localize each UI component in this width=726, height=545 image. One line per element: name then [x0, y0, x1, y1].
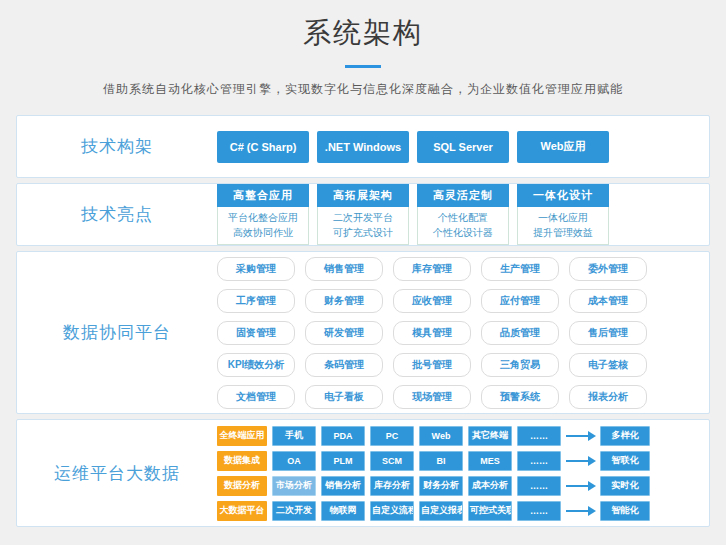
platform-module-button[interactable]: 财务管理	[305, 289, 383, 313]
bigdata-item-button[interactable]: 物联网	[321, 501, 365, 521]
bigdata-item-button[interactable]: 可控式关联	[468, 501, 512, 521]
platform-module-button[interactable]: 成本管理	[569, 289, 647, 313]
platform-module-button[interactable]: 售后管理	[569, 321, 647, 345]
platform-module-button[interactable]: 采购管理	[217, 257, 295, 281]
tech-stack-button-dotnet[interactable]: .NET Windows	[317, 131, 409, 163]
highlight-cards: 高整合应用 平台化整合应用 高效协同作业 高拓展架构 二次开发平台 可扩充式设计…	[217, 184, 709, 245]
platform-module-button[interactable]: 生产管理	[481, 257, 559, 281]
tech-stack-buttons: C# (C Sharp) .NET Windows SQL Server Web…	[217, 131, 709, 163]
section-tech-stack: 技术构架 C# (C Sharp) .NET Windows SQL Serve…	[16, 115, 710, 178]
system-architecture-page: 系统架构 借助系统自动化核心管理引擎，实现数字化与信息化深度融合，为企业数值化管…	[0, 0, 726, 545]
highlight-card: 高灵活定制 个性化配置 个性化设计器	[417, 184, 509, 245]
bigdata-item-button[interactable]: 其它终端	[468, 426, 512, 446]
bigdata-item-button[interactable]: 自定义报表	[419, 501, 463, 521]
bigdata-category-tag: 大数据平台	[217, 501, 267, 521]
bigdata-item-button[interactable]: PDA	[321, 426, 365, 446]
section-label-highlights: 技术亮点	[17, 203, 217, 226]
highlight-body: 平台化整合应用 高效协同作业	[217, 207, 309, 245]
bigdata-category-tag: 全终端应用	[217, 426, 267, 446]
bigdata-item-button[interactable]: 库存分析	[370, 476, 414, 496]
platform-grid-row: KPI绩效分析 条码管理 批号管理 三角贸易 电子签核	[217, 353, 657, 377]
bigdata-result-button[interactable]: 智联化	[600, 451, 650, 471]
bigdata-item-button[interactable]: SCM	[370, 451, 414, 471]
platform-module-button[interactable]: 报表分析	[569, 385, 647, 409]
platform-module-button[interactable]: 电子签核	[569, 353, 647, 377]
section-label-bigdata: 运维平台大数据	[17, 462, 217, 485]
platform-module-button[interactable]: 应收管理	[393, 289, 471, 313]
bigdata-item-button[interactable]: OA	[272, 451, 316, 471]
bigdata-item-button[interactable]: Web	[419, 426, 463, 446]
platform-module-button[interactable]: 批号管理	[393, 353, 471, 377]
platform-module-button[interactable]: 现场管理	[393, 385, 471, 409]
bigdata-item-button[interactable]: BI	[419, 451, 463, 471]
highlight-line: 个性化配置	[418, 210, 508, 225]
bigdata-row-integration: 数据集成 OA PLM SCM BI MES …… 智联化	[217, 451, 650, 471]
section-bigdata: 运维平台大数据 全终端应用 手机 PDA PC Web 其它终端 …… 多样化 …	[16, 419, 710, 527]
title-underline	[345, 65, 381, 68]
section-label-tech-stack: 技术构架	[17, 135, 217, 158]
bigdata-result-button[interactable]: 多样化	[600, 426, 650, 446]
bigdata-category-tag: 数据集成	[217, 451, 267, 471]
platform-grid-row: 采购管理 销售管理 库存管理 生产管理 委外管理	[217, 257, 657, 281]
platform-module-button[interactable]: 研发管理	[305, 321, 383, 345]
bigdata-row-analysis: 数据分析 市场分析 销售分析 库存分析 财务分析 成本分析 …… 实时化	[217, 476, 650, 496]
platform-module-button[interactable]: 工序管理	[217, 289, 295, 313]
arrow-right-icon	[565, 506, 597, 516]
highlight-line: 平台化整合应用	[218, 210, 308, 225]
tech-stack-button-web[interactable]: Web应用	[517, 131, 609, 163]
highlight-card: 一体化设计 一体化应用 提升管理效益	[517, 184, 609, 245]
platform-module-grid: 采购管理 销售管理 库存管理 生产管理 委外管理 工序管理 财务管理 应收管理 …	[217, 253, 709, 413]
bigdata-item-button[interactable]: ……	[517, 501, 561, 521]
platform-module-button[interactable]: 电子看板	[305, 385, 383, 409]
highlight-body: 一体化应用 提升管理效益	[517, 207, 609, 245]
page-subtitle: 借助系统自动化核心管理引擎，实现数字化与信息化深度融合，为企业数值化管理应用赋能	[0, 81, 726, 98]
platform-module-button[interactable]: KPI绩效分析	[217, 353, 295, 377]
section-data-platform: 数据协同平台 采购管理 销售管理 库存管理 生产管理 委外管理 工序管理 财务管…	[16, 251, 710, 414]
platform-grid-row: 固资管理 研发管理 模具管理 品质管理 售后管理	[217, 321, 657, 345]
highlight-body: 二次开发平台 可扩充式设计	[317, 207, 409, 245]
platform-module-button[interactable]: 品质管理	[481, 321, 559, 345]
highlight-line: 可扩充式设计	[318, 225, 408, 240]
platform-module-button[interactable]: 文档管理	[217, 385, 295, 409]
highlight-line: 提升管理效益	[518, 225, 608, 240]
tech-stack-button-sqlserver[interactable]: SQL Server	[417, 131, 509, 163]
bigdata-item-button[interactable]: 二次开发	[272, 501, 316, 521]
bigdata-result-button[interactable]: 实时化	[600, 476, 650, 496]
highlight-card: 高拓展架构 二次开发平台 可扩充式设计	[317, 184, 409, 245]
highlight-line: 二次开发平台	[318, 210, 408, 225]
platform-module-button[interactable]: 条码管理	[305, 353, 383, 377]
tech-stack-button-csharp[interactable]: C# (C Sharp)	[217, 131, 309, 163]
platform-module-button[interactable]: 销售管理	[305, 257, 383, 281]
arrow-right-icon	[565, 481, 597, 491]
platform-module-button[interactable]: 库存管理	[393, 257, 471, 281]
section-label-data-platform: 数据协同平台	[17, 321, 217, 344]
bigdata-item-button[interactable]: ……	[517, 426, 561, 446]
platform-module-button[interactable]: 应付管理	[481, 289, 559, 313]
platform-module-button[interactable]: 委外管理	[569, 257, 647, 281]
section-highlights: 技术亮点 高整合应用 平台化整合应用 高效协同作业 高拓展架构 二次开发平台 可…	[16, 183, 710, 246]
bigdata-item-button[interactable]: ……	[517, 451, 561, 471]
bigdata-item-button[interactable]: 市场分析	[272, 476, 316, 496]
highlight-line: 高效协同作业	[218, 225, 308, 240]
bigdata-item-button[interactable]: ……	[517, 476, 561, 496]
platform-module-button[interactable]: 三角贸易	[481, 353, 559, 377]
arrow-right-icon	[565, 431, 597, 441]
platform-module-button[interactable]: 固资管理	[217, 321, 295, 345]
bigdata-item-button[interactable]: 手机	[272, 426, 316, 446]
platform-module-button[interactable]: 预警系统	[481, 385, 559, 409]
bigdata-result-button[interactable]: 智能化	[600, 501, 650, 521]
platform-module-button[interactable]: 模具管理	[393, 321, 471, 345]
bigdata-item-button[interactable]: 财务分析	[419, 476, 463, 496]
bigdata-item-button[interactable]: 成本分析	[468, 476, 512, 496]
highlight-line: 个性化设计器	[418, 225, 508, 240]
bigdata-row-terminals: 全终端应用 手机 PDA PC Web 其它终端 …… 多样化	[217, 426, 650, 446]
arrow-right-icon	[565, 456, 597, 466]
bigdata-category-tag: 数据分析	[217, 476, 267, 496]
bigdata-item-button[interactable]: PLM	[321, 451, 365, 471]
bigdata-item-button[interactable]: 自定义流程	[370, 501, 414, 521]
highlight-title: 一体化设计	[517, 184, 609, 207]
bigdata-item-button[interactable]: 销售分析	[321, 476, 365, 496]
bigdata-item-button[interactable]: MES	[468, 451, 512, 471]
highlight-title: 高整合应用	[217, 184, 309, 207]
bigdata-item-button[interactable]: PC	[370, 426, 414, 446]
